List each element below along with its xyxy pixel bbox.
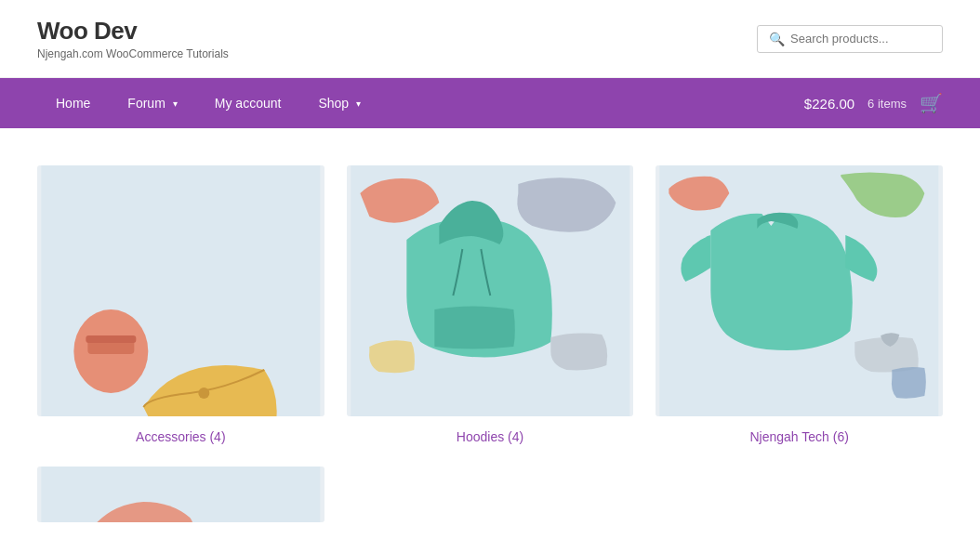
nav-label-myaccount: My account (215, 96, 282, 111)
site-subtitle: Njengah.com WooCommerce Tutorials (37, 47, 229, 60)
search-icon: 🔍 (769, 32, 785, 46)
svg-rect-3 (86, 335, 136, 343)
cart-icon[interactable]: 🛒 (920, 92, 943, 114)
cart-items-count: 6 items (867, 97, 907, 111)
nav-item-myaccount[interactable]: My account (196, 78, 300, 128)
nav-label-home: Home (56, 96, 90, 111)
product-grid: Accessories (4) (37, 165, 943, 444)
partial-card-1[interactable] (37, 467, 324, 522)
nav-item-forum[interactable]: Forum ▾ (109, 78, 195, 128)
site-branding: Woo Dev Njengah.com WooCommerce Tutorial… (37, 17, 229, 60)
nav-left: Home Forum ▾ My account Shop ▾ (37, 78, 379, 128)
search-input[interactable] (790, 32, 931, 46)
product-name-njengah: Njengah Tech (6) (749, 429, 848, 444)
cart-amount: $226.00 (804, 96, 854, 112)
product-name-accessories: Accessories (4) (136, 429, 225, 444)
product-card-hoodies[interactable]: Hoodies (4) (347, 165, 634, 444)
product-image-hoodies (347, 165, 634, 416)
search-box[interactable]: 🔍 (757, 25, 943, 53)
product-card-accessories[interactable]: Accessories (4) (37, 165, 324, 444)
product-name-hoodies: Hoodies (4) (457, 429, 523, 444)
site-header: Woo Dev Njengah.com WooCommerce Tutorial… (0, 0, 980, 78)
svg-point-5 (198, 388, 209, 399)
partial-image-1 (37, 467, 324, 522)
nav-item-shop[interactable]: Shop ▾ (299, 78, 379, 128)
product-image-njengah (656, 165, 943, 416)
product-card-njengah[interactable]: Njengah Tech (6) (656, 165, 943, 444)
product-image-accessories (37, 165, 324, 416)
nav-label-forum: Forum (127, 96, 165, 111)
site-title: Woo Dev (37, 17, 229, 46)
nav-bar: Home Forum ▾ My account Shop ▾ $226.00 6… (0, 78, 980, 128)
product-grid-partial (37, 467, 943, 522)
main-content: Accessories (4) (0, 128, 980, 552)
nav-cart: $226.00 6 items 🛒 (804, 92, 943, 114)
chevron-down-icon: ▾ (173, 99, 178, 109)
chevron-down-icon-shop: ▾ (356, 99, 361, 109)
nav-label-shop: Shop (318, 96, 349, 111)
nav-item-home[interactable]: Home (37, 78, 109, 128)
